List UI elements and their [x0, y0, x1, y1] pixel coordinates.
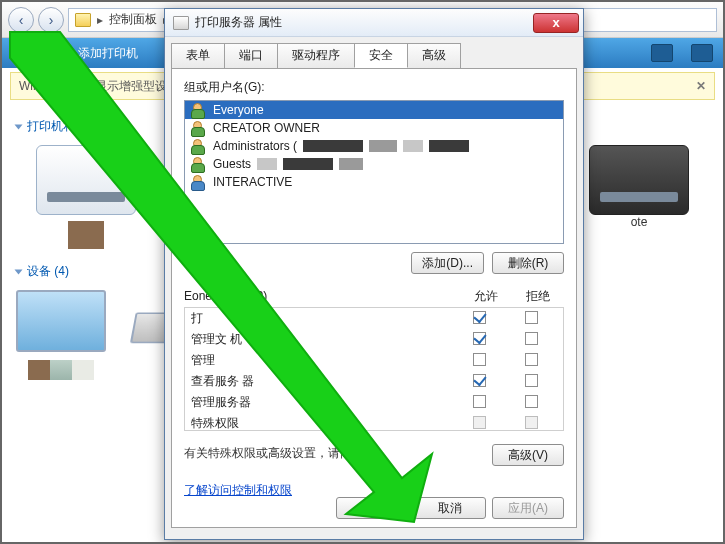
- deny-checkbox[interactable]: [525, 353, 538, 366]
- printer-icon: [36, 145, 136, 215]
- monitor-icon: [16, 290, 106, 352]
- permissions-header: Eone 的权限(P) 允许 拒绝: [184, 288, 564, 305]
- forward-button[interactable]: ›: [38, 7, 64, 33]
- printer-item[interactable]: [16, 145, 156, 255]
- chevron-right-icon: ▸: [95, 13, 105, 27]
- printer-icon: [173, 16, 189, 30]
- user-name: Everyone: [213, 103, 264, 117]
- user-row[interactable]: Administrators (: [185, 137, 563, 155]
- back-button[interactable]: ‹: [8, 7, 34, 33]
- permission-name: 管理服务器: [191, 394, 453, 411]
- add-printer-button[interactable]: 添加打印机: [78, 45, 138, 62]
- user-row[interactable]: Guests: [185, 155, 563, 173]
- users-icon: [191, 175, 207, 189]
- tab-drivers[interactable]: 驱动程序: [277, 43, 355, 68]
- allow-checkbox[interactable]: [473, 311, 486, 324]
- security-panel: 组或用户名(G): Everyone CREATOR OWNER Adminis…: [171, 68, 577, 528]
- user-row-everyone[interactable]: Everyone: [185, 101, 563, 119]
- deny-checkbox[interactable]: [525, 374, 538, 387]
- users-icon: [191, 121, 207, 135]
- permission-name: 查看服务 器: [191, 373, 453, 390]
- permission-row: 打: [185, 308, 563, 329]
- permission-name: 管理: [191, 352, 453, 369]
- section-title: 打印机和传真 (6): [27, 118, 117, 135]
- folder-icon: [75, 13, 91, 27]
- user-name: INTERACTIVE: [213, 175, 292, 189]
- section-title: 设备 (4): [27, 263, 69, 280]
- allow-checkbox[interactable]: [473, 353, 486, 366]
- device-item[interactable]: [16, 290, 106, 383]
- cancel-button[interactable]: 取消: [414, 497, 486, 519]
- user-name: Administrators (: [213, 139, 297, 153]
- tab-strip: 表单 端口 驱动程序 安全 高级: [165, 37, 583, 68]
- remove-button[interactable]: 删除(R): [492, 252, 564, 274]
- deny-checkbox[interactable]: [525, 332, 538, 345]
- tab-security[interactable]: 安全: [354, 43, 408, 68]
- users-icon: [191, 103, 207, 117]
- permission-name: 打: [191, 310, 453, 327]
- titlebar[interactable]: 打印服务器 属性 x: [165, 9, 583, 37]
- printer-label: ote: [569, 215, 709, 229]
- tab-forms[interactable]: 表单: [171, 43, 225, 68]
- permission-name: 特殊权限: [191, 415, 453, 432]
- tab-ports[interactable]: 端口: [224, 43, 278, 68]
- permission-row: 管理服务器: [185, 392, 563, 413]
- users-icon: [191, 139, 207, 153]
- learn-access-link[interactable]: 了解访问控制和权限: [184, 482, 292, 499]
- group-user-label: 组或用户名(G):: [184, 79, 564, 96]
- user-name: Guests: [213, 157, 251, 171]
- user-row[interactable]: INTERACTIVE: [185, 173, 563, 191]
- allow-checkbox[interactable]: [473, 374, 486, 387]
- advanced-button[interactable]: 高级(V): [492, 444, 564, 466]
- print-server-properties-dialog: 打印服务器 属性 x 表单 端口 驱动程序 安全 高级 组或用户名(G): Ev…: [164, 8, 584, 540]
- user-name: CREATOR OWNER: [213, 121, 320, 135]
- ok-button[interactable]: 确定: [336, 497, 408, 519]
- allow-checkbox: [473, 416, 486, 429]
- permission-name: 管理文 机: [191, 331, 453, 348]
- permissions-list: 打管理文 机管理查看服务 器管理服务器特殊权限: [184, 307, 564, 431]
- user-list[interactable]: Everyone CREATOR OWNER Administrators ( …: [184, 100, 564, 244]
- printer-item[interactable]: ote: [569, 145, 709, 255]
- add-device-button[interactable]: 添加设备: [12, 45, 60, 62]
- help-icon[interactable]: [691, 44, 713, 62]
- tab-advanced[interactable]: 高级: [407, 43, 461, 68]
- allow-checkbox[interactable]: [473, 332, 486, 345]
- users-icon: [191, 157, 207, 171]
- view-icon[interactable]: [651, 44, 673, 62]
- deny-checkbox[interactable]: [525, 395, 538, 408]
- permission-row: 管理文 机: [185, 329, 563, 350]
- deny-checkbox[interactable]: [525, 311, 538, 324]
- deny-header: 拒绝: [512, 288, 564, 305]
- breadcrumb-item[interactable]: 控制面板: [109, 11, 157, 28]
- close-icon[interactable]: ✕: [696, 79, 706, 93]
- chevron-down-icon: [15, 124, 23, 129]
- apply-button[interactable]: 应用(A): [492, 497, 564, 519]
- user-row[interactable]: CREATOR OWNER: [185, 119, 563, 137]
- permission-row: 特殊权限: [185, 413, 563, 434]
- add-button[interactable]: 添加(D)...: [411, 252, 484, 274]
- permission-row: 管理: [185, 350, 563, 371]
- close-button[interactable]: x: [533, 13, 579, 33]
- printer-icon: [589, 145, 689, 215]
- dialog-title: 打印服务器 属性: [195, 14, 533, 31]
- allow-checkbox[interactable]: [473, 395, 486, 408]
- permission-row: 查看服务 器: [185, 371, 563, 392]
- swatch: [68, 221, 104, 249]
- chevron-down-icon: [15, 269, 23, 274]
- info-text: Windows 可以显示增强型设: [19, 78, 167, 95]
- deny-checkbox: [525, 416, 538, 429]
- allow-header: 允许: [460, 288, 512, 305]
